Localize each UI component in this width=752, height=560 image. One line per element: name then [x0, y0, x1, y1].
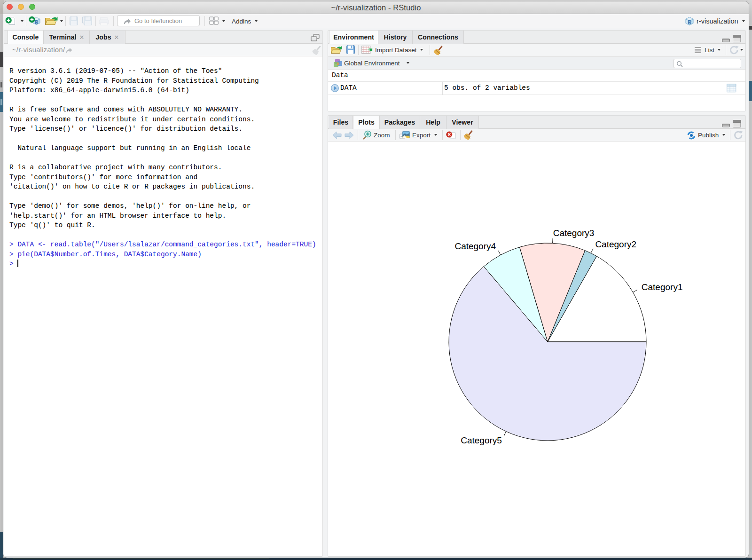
svg-text:Category4: Category4 — [454, 241, 496, 251]
svg-text:Category2: Category2 — [595, 239, 636, 249]
svg-text:Category1: Category1 — [642, 282, 683, 292]
svg-text:R: R — [35, 19, 39, 25]
svg-text:Category5: Category5 — [461, 435, 502, 445]
svg-text:Category3: Category3 — [553, 228, 595, 238]
svg-text:R: R — [688, 19, 691, 25]
